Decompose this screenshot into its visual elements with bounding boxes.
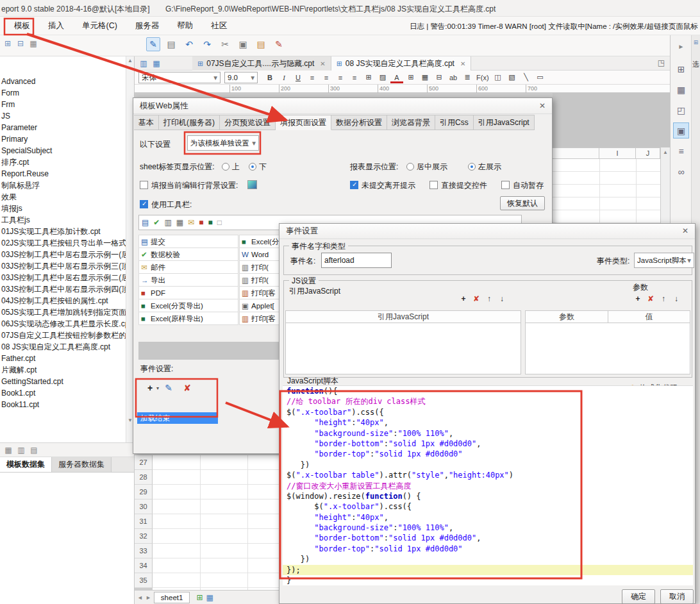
direct-submit-checkbox[interactable]: 直接提交控件 (429, 180, 487, 191)
auto-save-checkbox[interactable]: 自动暂存 (501, 180, 544, 191)
tree-item[interactable]: 02JS实现工具栏按钮只导出单一格式文件 (0, 237, 134, 249)
formula-icon[interactable]: F(x) (475, 71, 490, 83)
menu-item[interactable]: 帮助 (168, 17, 202, 35)
save-icon[interactable]: ▤ (164, 37, 178, 51)
font-size-select[interactable]: 9.0 ▾ (224, 72, 258, 83)
scroll-up-icon[interactable]: ▲ (661, 149, 670, 155)
italic-icon[interactable]: I (278, 71, 290, 83)
menu-item[interactable]: 插入 (39, 17, 73, 35)
row-header[interactable]: 33 (135, 544, 153, 558)
column-header[interactable]: I (599, 147, 636, 159)
fill-color-icon[interactable]: ▨ (376, 71, 389, 83)
tree-item[interactable]: Parameter (0, 122, 134, 133)
column-header-blank[interactable] (553, 147, 599, 159)
dialog-tab[interactable]: 引用Css (435, 115, 474, 130)
border-icon[interactable]: ⊞ (404, 71, 417, 83)
paste-icon[interactable]: ▤ (254, 37, 268, 51)
collapse-panel-icon[interactable]: ► (673, 38, 689, 55)
move-down-button[interactable]: ↓ (671, 294, 681, 304)
copy-icon[interactable]: ▣ (236, 37, 250, 51)
condition-attributes-icon[interactable]: ≡ (673, 143, 689, 159)
image-icon[interactable]: ▧ (506, 71, 519, 83)
tree-item[interactable]: Book11.cpt (0, 399, 134, 410)
chevron-down-icon[interactable]: ▾ (156, 385, 159, 391)
cell-element-icon[interactable]: ▦ (673, 81, 689, 97)
grid-scrollbar[interactable]: ▲ (660, 147, 670, 223)
dialog-tab[interactable]: 基本 (134, 115, 159, 130)
scope-select[interactable]: 为该模板单独设置 ▾ (187, 135, 259, 151)
toolbar-item[interactable]: ✔数据校验 (138, 247, 238, 261)
row-header[interactable]: 31 (135, 514, 153, 529)
sheet-next-icon[interactable]: ► (146, 594, 151, 601)
float-element-icon[interactable]: ◰ (673, 102, 689, 118)
tree-item[interactable]: 03JS控制工具栏中居右显示示例二(居 (0, 272, 134, 283)
document-tab[interactable]: ⊞ 07JS自定义工具....示与隐藏.cpt ✕ (192, 56, 331, 71)
tree-item[interactable]: Frm (0, 99, 134, 110)
grid-cells[interactable] (153, 455, 279, 590)
format-painter-icon[interactable]: ✎ (272, 37, 286, 51)
tree-item[interactable]: 03JS控制工具栏中居右显示示例四(顶 (0, 283, 134, 295)
scroll-down-icon[interactable]: ▼ (128, 417, 133, 423)
align-left-icon[interactable]: ≡ (306, 71, 319, 83)
event-type-select[interactable]: JavaScript脚本 ▾ (634, 253, 694, 268)
sheet-tab[interactable]: sheet1 (154, 592, 190, 603)
tree-item[interactable]: Book1.cpt (0, 387, 134, 399)
grid-icon[interactable]: ▦ (419, 71, 431, 83)
underline-icon[interactable]: U (292, 71, 304, 83)
dialog-tab[interactable]: 浏览器背景 (387, 115, 435, 130)
row-header[interactable]: 32 (135, 529, 153, 544)
tree-item[interactable]: Report.Reuse (0, 168, 134, 180)
row-header[interactable]: 30 (135, 499, 153, 514)
tree-item[interactable]: 03JS控制工具栏中居右显示示例一(居 (0, 249, 134, 260)
param-table-body[interactable] (525, 323, 690, 374)
js-ref-table-body[interactable] (285, 323, 521, 374)
bold-icon[interactable]: B (263, 71, 276, 83)
tree-item[interactable]: JS (0, 110, 134, 122)
clear-icon[interactable]: ⊟ (433, 71, 446, 83)
align-center-icon[interactable]: ≡ (320, 71, 333, 83)
toolbar-item[interactable]: →导出 (138, 273, 238, 287)
sheet-grid-icon[interactable]: ▦ (206, 593, 213, 602)
close-icon[interactable]: ✕ (539, 101, 546, 110)
blank-icon[interactable]: □ (217, 218, 222, 227)
add-sheet-icon[interactable]: ⊞ (196, 593, 203, 602)
chart-icon[interactable]: ◫ (492, 71, 504, 83)
tree-item[interactable]: 工具栏js (0, 214, 134, 226)
toolbar-item[interactable]: ■PDF (138, 286, 238, 299)
close-icon[interactable]: ✕ (682, 226, 688, 235)
dialog-tab[interactable]: 分页预览设置 (220, 115, 276, 130)
redo-icon[interactable]: ↷ (200, 37, 214, 51)
tree-item[interactable]: SpecialSubject (0, 145, 134, 156)
radio-down[interactable]: 下 (249, 162, 267, 172)
remove-button[interactable]: ✘ (646, 294, 656, 304)
align-justify-icon[interactable]: ≡ (348, 71, 361, 83)
bg-edit-checkbox[interactable]: 填报当前编辑行背景设置: (140, 180, 238, 191)
sheet-prev-icon[interactable]: ◄ (137, 594, 143, 601)
row-header[interactable]: 34 (135, 558, 153, 573)
remove-event-button[interactable]: ✘ (181, 382, 194, 394)
mini-grid-icon[interactable]: ⊞ (692, 39, 700, 46)
tree-item[interactable]: Father.cpt (0, 353, 134, 364)
script-editor[interactable]: function(){//给 toolbar 所在的div class样式$("… (283, 385, 693, 585)
move-up-button[interactable]: ↑ (484, 294, 494, 304)
new-folder-icon[interactable]: ⊞ (2, 38, 13, 49)
preview-icon[interactable]: ✎ (146, 37, 160, 51)
tree-item[interactable]: 填报js (0, 203, 134, 214)
edit-dataset-icon[interactable]: ▤ (28, 444, 40, 456)
dialog-tab[interactable]: 引用JavaScript (474, 115, 535, 130)
event-name-input[interactable]: afterload (321, 253, 392, 268)
submit-icon[interactable]: ▤ (142, 218, 149, 227)
dataset-tab[interactable]: 模板数据集 (0, 457, 52, 472)
tree-item[interactable]: 片藏解.cpt (0, 364, 134, 376)
tree-item[interactable]: 03JS控制工具栏中居右显示示例三(顶 (0, 260, 134, 272)
document-tab[interactable]: ⊞ 08 JS实现自定义工具栏高度.cpt ✕ (331, 56, 472, 71)
column-header[interactable]: J (636, 147, 660, 159)
shape-icon[interactable]: ▭ (534, 71, 547, 83)
row-header[interactable]: 27 (135, 455, 153, 470)
toolbar-item[interactable]: ■Excel(分页导出) (138, 299, 238, 312)
cancel-button[interactable]: 取消 (660, 589, 694, 604)
dock-tab-label[interactable]: 选 (692, 60, 700, 69)
tree-item[interactable]: 05JS实现工具栏增加跳转到指定页面按钮 (0, 306, 134, 318)
dialog-tab[interactable]: 填报页面设置 (276, 115, 331, 130)
edit-event-button[interactable]: ✎ (162, 382, 175, 394)
